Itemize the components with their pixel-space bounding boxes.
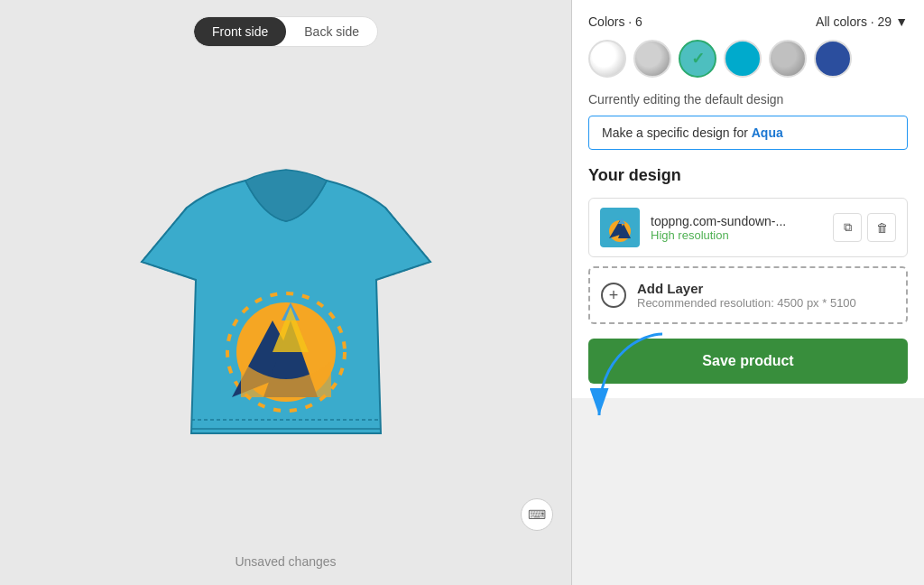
copy-icon: ⧉ (844, 220, 852, 235)
design-info: toppng.com-sundown-... High resolution (651, 214, 833, 242)
add-layer-icon: + (601, 283, 626, 308)
keyboard-icon[interactable]: ⌨ (521, 498, 553, 531)
specific-design-button[interactable]: Make a specific design for Aqua (588, 116, 908, 150)
right-panel: Colors · 6 All colors · 29 ▼ ✓ Currently… (572, 0, 924, 398)
chevron-down-icon: ▼ (895, 14, 908, 29)
add-layer-title: Add Layer (637, 281, 856, 296)
editing-label: Currently editing the default design (588, 92, 908, 107)
copy-design-button[interactable]: ⧉ (833, 213, 862, 242)
specific-design-text: Make a specific design for (602, 125, 752, 140)
right-panel-wrapper: Colors · 6 All colors · 29 ▼ ✓ Currently… (572, 0, 924, 585)
colors-header: Colors · 6 All colors · 29 ▼ (588, 14, 908, 29)
all-colors-label: All colors · 29 (816, 14, 892, 29)
color-swatch-blue[interactable] (724, 40, 762, 78)
front-side-button[interactable]: Front side (194, 17, 286, 46)
color-swatch-light-gray[interactable] (633, 40, 671, 78)
specific-design-color: Aqua (752, 125, 783, 140)
tshirt-preview (133, 153, 439, 478)
add-layer-subtitle: Recommended resolution: 4500 px * 5100 (637, 296, 856, 310)
color-swatches: ✓ (588, 40, 908, 78)
color-swatch-aqua-selected[interactable]: ✓ (679, 40, 716, 78)
back-side-button[interactable]: Back side (286, 17, 377, 46)
left-panel: Front side Back side (0, 0, 572, 585)
unsaved-changes-label: Unsaved changes (235, 554, 336, 569)
tshirt-area (0, 47, 571, 585)
delete-design-button[interactable]: 🗑 (867, 213, 896, 242)
color-swatch-gray[interactable] (769, 40, 807, 78)
design-actions: ⧉ 🗑 (833, 213, 896, 242)
trash-icon: 🗑 (876, 221, 888, 235)
all-colors-button[interactable]: All colors · 29 ▼ (816, 14, 908, 29)
add-layer-info: Add Layer Recommended resolution: 4500 p… (637, 281, 856, 310)
your-design-title: Your design (588, 166, 908, 185)
selected-check-icon: ✓ (691, 49, 705, 69)
colors-title: Colors · 6 (588, 14, 642, 29)
save-product-button[interactable]: Save product (588, 339, 908, 384)
design-name: toppng.com-sundown-... (651, 214, 833, 228)
side-toggle: Front side Back side (193, 16, 378, 47)
color-swatch-white[interactable] (588, 40, 626, 78)
design-thumbnail (600, 208, 640, 247)
add-layer-area[interactable]: + Add Layer Recommended resolution: 4500… (588, 266, 908, 324)
design-item: toppng.com-sundown-... High resolution ⧉… (588, 198, 908, 257)
design-quality: High resolution (651, 228, 833, 242)
color-swatch-navy[interactable] (814, 40, 852, 78)
